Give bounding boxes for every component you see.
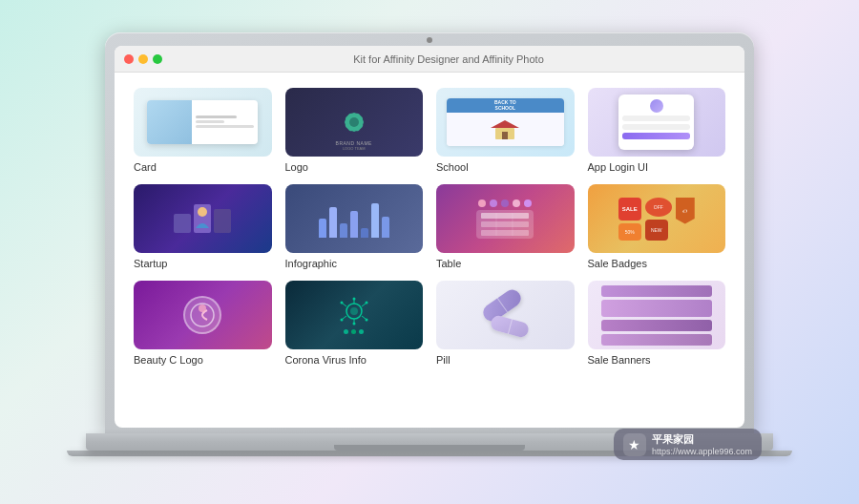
watermark: ★ 平果家园 https://www.apple996.com	[614, 429, 762, 460]
screen-bezel: Kit for Affinity Designer and Affinity P…	[105, 32, 754, 433]
grid-item-school[interactable]: BACK TOSCHOOL	[436, 88, 575, 173]
grid-item-salebanners[interactable]: Sale Banners	[588, 281, 726, 366]
svg-point-32	[340, 318, 343, 321]
grid-item-startup[interactable]: Startup	[134, 184, 272, 269]
svg-point-22	[350, 307, 358, 315]
svg-point-20	[199, 304, 206, 312]
window-title: Kit for Affinity Designer and Affinity P…	[162, 53, 735, 65]
grid-content: Card	[115, 73, 744, 428]
svg-point-26	[365, 301, 367, 304]
thumbnail-corona	[285, 281, 424, 349]
thumbnail-salebadges: SALE 50% OFF NEW 🏷	[588, 184, 726, 253]
grid-item-infographic[interactable]: Infographic	[285, 184, 424, 269]
label-salebanners: Sale Banners	[588, 354, 651, 366]
label-appui: App Login UI	[588, 161, 649, 173]
maximize-button[interactable]	[153, 54, 162, 64]
label-pill: Pill	[436, 354, 450, 366]
svg-point-28	[365, 318, 367, 321]
items-grid: Card	[134, 88, 725, 366]
grid-item-beautylogo[interactable]: Beauty C Logo	[134, 281, 272, 366]
watermark-text: 平果家园 https://www.apple996.com	[652, 432, 752, 456]
svg-point-13	[198, 207, 207, 217]
close-button[interactable]	[124, 54, 134, 64]
svg-rect-12	[214, 209, 231, 233]
label-salebadges: Sale Badges	[588, 258, 647, 269]
grid-item-card[interactable]: Card	[134, 88, 272, 173]
label-corona: Corona Virus Info	[285, 354, 367, 366]
grid-item-appui[interactable]: App Login UI	[588, 88, 726, 173]
label-logo: Logo	[285, 161, 308, 173]
label-table: Table	[436, 258, 461, 269]
svg-rect-14	[481, 213, 529, 219]
grid-item-salebadges[interactable]: SALE 50% OFF NEW 🏷	[588, 184, 726, 269]
grid-item-pill[interactable]: Pill	[436, 281, 575, 366]
svg-rect-16	[481, 230, 529, 236]
watermark-url: https://www.apple996.com	[652, 447, 752, 456]
svg-marker-8	[491, 120, 519, 128]
grid-item-logo[interactable]: BRAND NAME LOGO TEAM Logo	[285, 88, 424, 173]
laptop-mockup: Kit for Affinity Designer and Affinity P…	[86, 32, 773, 472]
watermark-icon: ★	[623, 433, 646, 456]
macos-window: Kit for Affinity Designer and Affinity P…	[115, 46, 744, 428]
thumbnail-appui	[588, 88, 726, 157]
svg-point-6	[349, 117, 359, 127]
label-school: School	[436, 161, 469, 173]
minimize-button[interactable]	[138, 54, 148, 64]
watermark-name: 平果家园	[652, 432, 752, 447]
grid-item-corona[interactable]: Corona Virus Info	[285, 281, 424, 366]
svg-point-30	[352, 322, 355, 325]
thumbnail-startup	[134, 184, 272, 253]
svg-line-25	[362, 304, 366, 306]
svg-line-31	[343, 316, 346, 319]
thumbnail-table	[436, 184, 575, 253]
label-infographic: Infographic	[285, 258, 337, 269]
camera	[427, 37, 432, 43]
thumbnail-infographic	[285, 184, 424, 253]
thumbnail-pill	[436, 281, 575, 349]
svg-point-34	[340, 301, 343, 304]
svg-rect-10	[174, 214, 191, 233]
thumbnail-beautylogo	[134, 281, 272, 349]
thumbnail-logo: BRAND NAME LOGO TEAM	[285, 88, 424, 157]
svg-line-27	[362, 316, 366, 319]
svg-point-24	[352, 297, 355, 300]
svg-rect-9	[502, 132, 508, 139]
grid-item-table[interactable]: Table	[436, 184, 575, 269]
thumbnail-salebanners	[588, 281, 726, 349]
title-bar: Kit for Affinity Designer and Affinity P…	[115, 46, 744, 73]
svg-line-33	[343, 304, 346, 306]
label-startup: Startup	[134, 258, 167, 269]
svg-rect-15	[481, 221, 529, 227]
thumbnail-card	[134, 88, 272, 157]
label-beautylogo: Beauty C Logo	[134, 354, 203, 366]
label-card: Card	[134, 161, 157, 173]
traffic-lights	[124, 54, 162, 64]
thumbnail-school: BACK TOSCHOOL	[436, 88, 575, 157]
screen: Kit for Affinity Designer and Affinity P…	[115, 46, 744, 428]
